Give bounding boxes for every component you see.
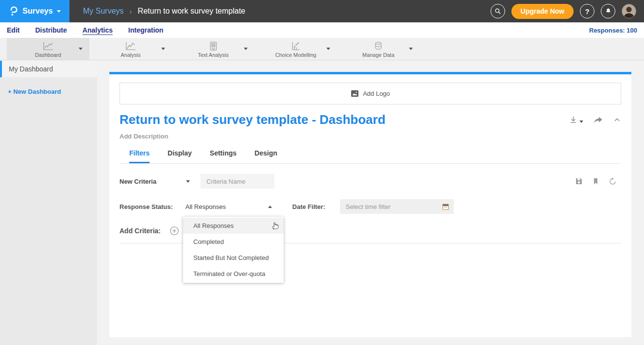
chevron-down-icon[interactable] — [161, 48, 165, 50]
dropdown-option-label: All Responses — [193, 222, 234, 229]
criteria-actions — [575, 177, 617, 186]
dropdown-option-terminated-overquota[interactable]: Terminated or Over-quota — [183, 266, 284, 282]
add-logo-label: Add Logo — [363, 90, 390, 97]
chevron-down-icon — [57, 10, 61, 13]
bookmark-criteria-button[interactable] — [592, 177, 600, 186]
share-button[interactable] — [593, 116, 603, 124]
toolbar-item-manage-data[interactable]: Manage Data — [337, 38, 420, 60]
dashboard-sidebar: My Dashboard + New Dashboard — [0, 61, 97, 345]
sidebar-item-my-dashboard[interactable]: My Dashboard — [0, 61, 97, 77]
save-icon — [575, 177, 583, 186]
dropdown-option-label: Started But Not Completed — [193, 254, 269, 261]
chevron-down-icon[interactable] — [244, 48, 248, 50]
add-criteria-button[interactable] — [169, 226, 179, 236]
avatar[interactable] — [622, 4, 636, 18]
response-status-value: All Responses — [186, 203, 226, 210]
chevron-down-icon[interactable] — [409, 48, 413, 50]
toolbar-item-dashboard[interactable]: Dashboard — [7, 38, 89, 60]
response-status-select[interactable]: All Responses — [186, 203, 272, 210]
criteria-name-input[interactable] — [201, 174, 274, 189]
dropdown-option-started-not-completed[interactable]: Started But Not Completed — [183, 250, 284, 266]
page-title[interactable]: Return to work survey template - Dashboa… — [119, 112, 386, 127]
dropdown-option-label: Completed — [193, 238, 224, 245]
dropdown-option-label: Terminated or Over-quota — [193, 270, 265, 277]
chevron-up-icon — [613, 116, 621, 124]
response-status-dropdown: All Responses Completed Started But Not … — [183, 217, 284, 283]
toolbar-item-label: Text Analysis — [198, 52, 229, 58]
breadcrumb-my-surveys[interactable]: My Surveys — [83, 7, 124, 16]
toolbar-item-label: Dashboard — [35, 52, 61, 58]
cursor-pointer-icon — [271, 221, 279, 230]
date-filter-field[interactable] — [340, 199, 454, 214]
top-header: Surveys My Surveys › Return to work surv… — [0, 0, 644, 22]
scatter-chart-icon — [290, 41, 301, 51]
trend-chart-icon — [124, 41, 137, 51]
sidebar-item-label: My Dashboard — [9, 65, 53, 73]
toolbar-item-choice-modelling[interactable]: Choice Modelling — [254, 38, 337, 60]
share-icon — [593, 116, 603, 124]
chevron-down-icon — [186, 180, 190, 183]
toolbar-item-analysis[interactable]: Analysis — [89, 38, 172, 60]
title-row: Return to work survey template - Dashboa… — [119, 112, 621, 127]
plus-circle-icon — [169, 226, 179, 236]
dropdown-option-completed[interactable]: Completed — [183, 234, 284, 250]
dropdown-option-all-responses[interactable]: All Responses — [183, 218, 284, 234]
notifications-button[interactable] — [601, 4, 615, 18]
add-criteria-label: Add Criteria: — [119, 227, 161, 235]
dashboard-panel: Add Logo Return to work survey template … — [109, 72, 631, 337]
product-name: Surveys — [22, 7, 52, 16]
toolbar-item-label: Analysis — [121, 52, 141, 58]
reset-icon — [608, 177, 617, 186]
survey-nav: Edit Distribute Analytics Integration Re… — [0, 22, 644, 38]
chevron-down-icon[interactable] — [79, 48, 83, 50]
bookmark-icon — [592, 177, 600, 186]
chevron-down-icon — [579, 121, 583, 123]
breadcrumb-current-survey: Return to work survey template — [138, 7, 245, 16]
brand-menu[interactable]: Surveys — [0, 0, 69, 22]
chevron-up-icon — [268, 206, 272, 208]
criteria-type-value: New Criteria — [119, 178, 156, 185]
nav-tab-distribute[interactable]: Distribute — [35, 26, 67, 34]
reset-criteria-button[interactable] — [608, 177, 617, 186]
breadcrumb: My Surveys › Return to work survey templ… — [83, 7, 245, 16]
help-button[interactable]: ? — [580, 4, 594, 18]
line-chart-icon — [41, 41, 55, 51]
toolbar-item-label: Manage Data — [362, 52, 394, 58]
search-button[interactable] — [491, 4, 505, 18]
response-status-label: Response Status: — [119, 203, 173, 210]
collapse-button[interactable] — [613, 116, 621, 124]
tab-filters[interactable]: Filters — [129, 149, 150, 163]
responses-count[interactable]: Responses: 100 — [589, 27, 637, 34]
save-criteria-button[interactable] — [575, 177, 583, 186]
download-button[interactable] — [569, 115, 583, 124]
new-dashboard-link[interactable]: + New Dashboard — [8, 88, 61, 95]
nav-tab-integration[interactable]: Integration — [128, 26, 163, 34]
nav-tab-edit[interactable]: Edit — [7, 26, 19, 34]
tab-design[interactable]: Design — [254, 149, 277, 163]
date-filter-input[interactable] — [340, 199, 441, 214]
breadcrumb-separator: › — [130, 7, 132, 16]
tab-settings[interactable]: Settings — [210, 149, 237, 163]
date-filter-label: Date Filter: — [292, 203, 325, 210]
nav-tab-analytics[interactable]: Analytics — [83, 26, 113, 34]
criteria-type-select[interactable]: New Criteria — [119, 178, 190, 185]
text-document-icon — [208, 41, 219, 51]
filter-row: Response Status: All Responses Date Filt… — [119, 199, 621, 214]
database-icon — [373, 41, 384, 51]
criteria-row: New Criteria — [119, 174, 621, 189]
add-logo-button[interactable]: Add Logo — [119, 83, 621, 104]
search-icon — [494, 7, 502, 15]
download-icon — [569, 115, 578, 124]
add-description-field[interactable]: Add Description — [119, 133, 621, 140]
upgrade-now-button[interactable]: Upgrade Now — [511, 4, 574, 19]
title-actions — [569, 115, 621, 124]
help-icon: ? — [585, 7, 589, 16]
image-icon — [351, 90, 359, 97]
tab-display[interactable]: Display — [168, 149, 192, 163]
calendar-icon[interactable] — [441, 203, 450, 211]
toolbar-item-text-analysis[interactable]: Text Analysis — [172, 38, 254, 60]
toolbar-item-label: Choice Modelling — [275, 52, 316, 58]
bell-icon — [605, 7, 612, 15]
chevron-down-icon[interactable] — [326, 48, 330, 50]
settings-tabs: Filters Display Settings Design — [119, 149, 621, 164]
